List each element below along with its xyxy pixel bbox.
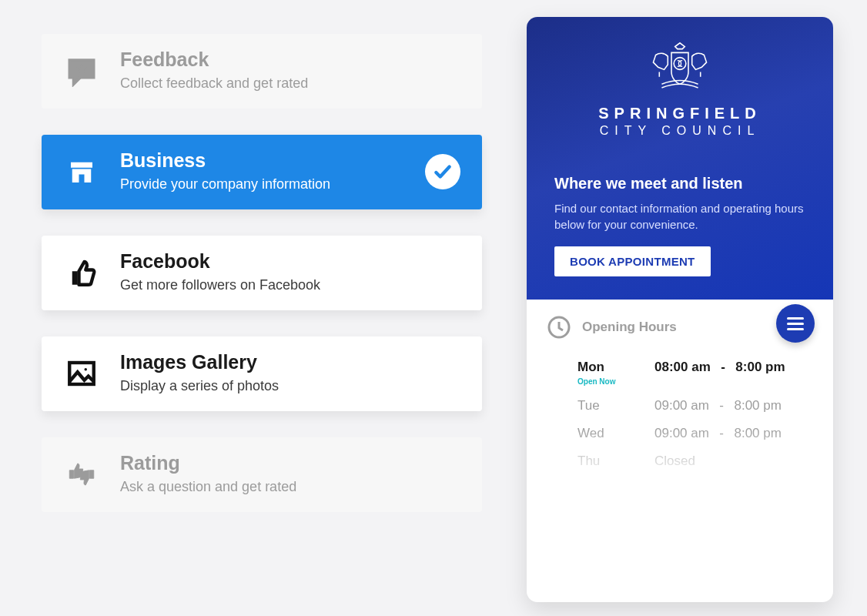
org-crest: SPRINGFIELD CITY COUNCIL	[554, 38, 805, 138]
hours-row: Thu Closed	[577, 454, 813, 469]
vote-icon	[63, 456, 100, 493]
open-now-badge: Open Now	[577, 377, 654, 386]
hours-close: 8:00 pm	[734, 398, 781, 413]
option-feedback[interactable]: Feedback Collect feedback and get rated	[42, 34, 482, 109]
image-icon	[63, 355, 100, 392]
option-facebook[interactable]: Facebook Get more followers on Facebook	[42, 236, 482, 310]
hours-open: 08:00 am	[654, 481, 709, 496]
preview-body: Opening Hours Mon Open Now 08:00 am - 8:…	[527, 300, 833, 497]
svg-rect-3	[79, 174, 85, 182]
svg-point-5	[85, 368, 88, 371]
hours-day: Thu	[577, 454, 654, 469]
thumbs-up-icon	[63, 254, 100, 291]
hours-open: 09:00 am	[654, 398, 709, 413]
preview-description: Find our contact information and operati…	[554, 200, 805, 233]
hours-open: 09:00 am	[654, 426, 709, 440]
hours-row: Mon Open Now 08:00 am - 8:00 pm	[577, 360, 813, 386]
org-name-line1: SPRINGFIELD	[598, 105, 761, 122]
option-subtitle: Provide your company information	[120, 176, 405, 193]
option-rating[interactable]: Rating Ask a question and get rated	[42, 437, 482, 512]
option-title: Images Gallery	[120, 352, 460, 373]
hours-day: Fri	[577, 481, 654, 497]
option-subtitle: Collect feedback and get rated	[120, 75, 460, 92]
svg-rect-4	[69, 363, 94, 384]
preview-phone: SPRINGFIELD CITY COUNCIL Where we meet a…	[527, 17, 833, 602]
hours-row: Fri 08:00 am - 2:00 pm	[577, 481, 813, 497]
hours-open: 08:00 am	[654, 360, 711, 374]
check-icon	[425, 154, 460, 189]
storefront-icon	[63, 153, 100, 190]
hours-day: Mon	[577, 360, 654, 375]
hours-list: Mon Open Now 08:00 am - 8:00 pm Tue 09:0…	[547, 360, 813, 497]
hours-close: 2:00 pm	[734, 481, 781, 496]
option-subtitle: Ask a question and get rated	[120, 479, 460, 496]
option-list: Feedback Collect feedback and get rated …	[42, 34, 482, 538]
star-chat-icon	[63, 52, 100, 89]
opening-hours-title: Opening Hours	[582, 320, 677, 335]
hours-day: Wed	[577, 426, 654, 441]
preview-header: SPRINGFIELD CITY COUNCIL Where we meet a…	[527, 17, 833, 300]
hours-row: Wed 09:00 am - 8:00 pm	[577, 426, 813, 441]
svg-point-6	[674, 58, 686, 70]
preview-heading: Where we meet and listen	[554, 175, 805, 192]
svg-rect-1	[71, 162, 92, 167]
hours-close: 8:00 pm	[735, 360, 785, 374]
hours-day: Tue	[577, 398, 654, 413]
option-title: Feedback	[120, 49, 460, 71]
hours-row: Tue 09:00 am - 8:00 pm	[577, 398, 813, 413]
hours-close: 8:00 pm	[734, 426, 781, 440]
book-appointment-button[interactable]: BOOK APPOINTMENT	[554, 246, 711, 276]
hamburger-icon	[787, 317, 804, 330]
menu-fab-button[interactable]	[776, 304, 815, 343]
hours-closed: Closed	[654, 454, 695, 468]
clock-icon	[547, 315, 571, 340]
option-images[interactable]: Images Gallery Display a series of photo…	[42, 336, 482, 411]
option-business[interactable]: Business Provide your company informatio…	[42, 135, 482, 209]
option-subtitle: Get more followers on Facebook	[120, 277, 460, 294]
option-subtitle: Display a series of photos	[120, 378, 460, 395]
option-title: Rating	[120, 453, 460, 474]
option-title: Business	[120, 150, 405, 172]
org-name-line2: CITY COUNCIL	[600, 124, 761, 138]
option-title: Facebook	[120, 251, 460, 273]
